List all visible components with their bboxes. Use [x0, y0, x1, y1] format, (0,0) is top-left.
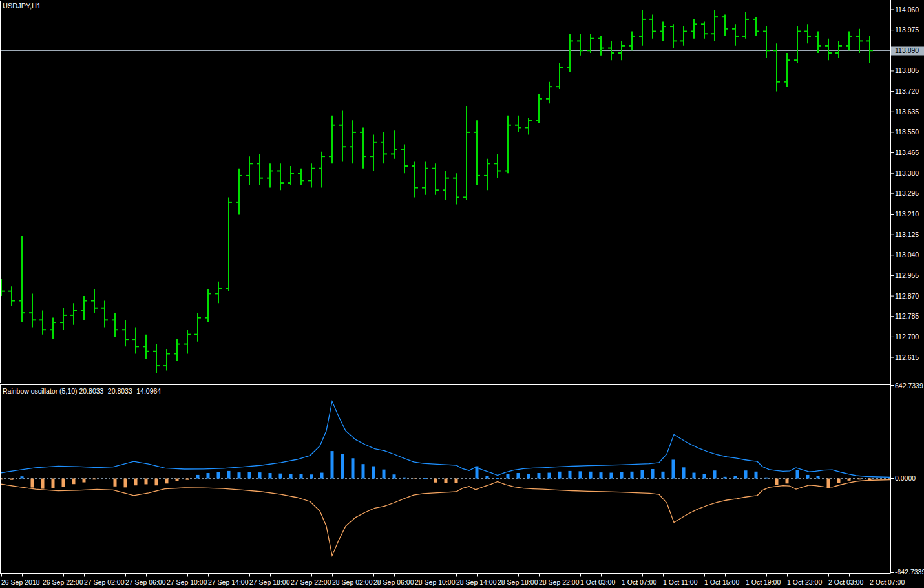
oscillator-panel[interactable] — [0, 385, 890, 574]
time-axis-label: 28 Sep 14:00 — [456, 578, 497, 586]
oscillator-histogram-bar — [279, 474, 282, 479]
oscillator-histogram-bar — [352, 458, 355, 478]
time-axis-label: 2 Oct 07:00 — [870, 578, 905, 586]
oscillator-axis-label: 0.0000 — [895, 474, 916, 482]
oscillator-histogram-bar — [434, 479, 437, 483]
price-axis-label: 114.060 — [895, 6, 919, 14]
oscillator-histogram-bar — [806, 475, 810, 479]
oscillator-histogram-bar — [114, 479, 117, 487]
oscillator-histogram-bar — [734, 476, 737, 478]
oscillator-histogram-bar — [207, 473, 210, 478]
oscillator-histogram-bar — [176, 479, 179, 481]
oscillator-histogram-bar — [41, 479, 45, 489]
oscillator-histogram-bar — [703, 474, 706, 479]
oscillator-histogram-bar — [196, 475, 200, 479]
time-axis-label: 27 Sep 02:00 — [84, 578, 125, 586]
oscillator-histogram-bar — [403, 478, 406, 479]
oscillator-histogram-bar — [289, 474, 293, 478]
oscillator-histogram-bar — [320, 473, 324, 479]
time-axis-label: 27 Sep 06:00 — [125, 578, 166, 586]
price-panel[interactable] — [0, 0, 890, 383]
oscillator-histogram-bar — [600, 472, 603, 478]
time-axis-label: 28 Sep 02:00 — [332, 578, 373, 586]
oscillator-histogram-bar — [414, 479, 417, 480]
oscillator-histogram-bar — [786, 479, 789, 484]
oscillator-histogram-bar — [651, 469, 655, 479]
time-axis-label: 28 Sep 06:00 — [373, 578, 414, 586]
price-axis-label: 112.615 — [895, 353, 919, 361]
oscillator-histogram-bar — [476, 467, 479, 479]
symbol-timeframe-label: USDJPY,H1 — [3, 2, 41, 10]
price-axis-label: 112.955 — [895, 271, 919, 279]
time-axis-label: 2 Oct 03:00 — [828, 578, 863, 586]
oscillator-histogram-bar — [424, 478, 427, 479]
time-axis-label: 1 Oct 11:00 — [663, 578, 698, 586]
oscillator-histogram-bar — [145, 479, 148, 485]
oscillator-histogram-bar — [21, 476, 24, 478]
price-axis-label: 113.380 — [895, 169, 919, 177]
oscillator-histogram-bar — [331, 451, 334, 478]
price-axis-label: 113.125 — [895, 231, 919, 238]
time-axis-label: 27 Sep 18:00 — [249, 578, 290, 586]
time-axis[interactable]: 26 Sep 201826 Sep 22:0027 Sep 02:0027 Se… — [1, 574, 905, 586]
time-axis-label: 26 Sep 22:00 — [43, 578, 83, 586]
time-axis-label: 1 Oct 23:00 — [787, 578, 822, 586]
oscillator-histogram-bar — [589, 472, 593, 479]
oscillator-histogram-bar — [486, 476, 489, 478]
price-axis-label: 113.040 — [895, 251, 919, 258]
oscillator-axis-label: 642.7339 — [895, 382, 923, 390]
price-axis-label: 112.870 — [895, 292, 919, 300]
oscillator-histogram-bar — [124, 479, 127, 488]
time-axis-label: 1 Oct 07:00 — [622, 578, 656, 586]
oscillator-histogram-bar — [62, 479, 65, 487]
oscillator-histogram-bar — [827, 479, 830, 488]
time-axis-label: 1 Oct 15:00 — [704, 578, 739, 586]
time-axis-label: 1 Oct 03:00 — [580, 578, 615, 586]
price-axis-label: 112.700 — [895, 333, 919, 341]
oscillator-histogram-bar — [341, 454, 344, 479]
oscillator-histogram-bar — [569, 471, 572, 479]
oscillator-histogram-bar — [445, 479, 448, 483]
bid-price-tag: 113.890 — [895, 47, 919, 54]
oscillator-histogram-bar — [507, 474, 510, 479]
oscillator-histogram-bar — [455, 479, 458, 483]
oscillator-histogram-bar — [796, 470, 799, 478]
oscillator-histogram-bar — [755, 472, 758, 479]
oscillator-histogram-bar — [186, 479, 189, 480]
oscillator-histogram-bar — [620, 472, 624, 478]
oscillator-histogram-bar — [362, 464, 365, 478]
oscillator-histogram-bar — [372, 467, 375, 479]
oscillator-histogram-bar — [817, 476, 820, 478]
oscillator-histogram-bar — [744, 470, 748, 478]
oscillator-histogram-bar — [393, 474, 396, 478]
oscillator-histogram-bar — [765, 478, 768, 479]
time-axis-label: 27 Sep 14:00 — [208, 578, 249, 586]
oscillator-histogram-bar — [641, 470, 644, 479]
oscillator-histogram-bar — [517, 473, 520, 478]
oscillator-histogram-bar — [579, 471, 582, 478]
price-axis[interactable]: 114.060113.975113.805113.720113.635113.5… — [890, 6, 924, 361]
price-axis-label: 113.720 — [895, 87, 919, 95]
oscillator-histogram-bar — [775, 479, 779, 485]
oscillator-axis[interactable]: 642.73390.0000-642.7339 — [890, 382, 924, 576]
oscillator-axis-label: -642.7339 — [895, 568, 924, 576]
price-axis-label: 113.805 — [895, 67, 919, 74]
time-axis-label: 27 Sep 22:00 — [291, 578, 331, 586]
time-axis-label: 1 Oct 19:00 — [746, 578, 781, 586]
price-axis-label: 113.975 — [895, 26, 919, 34]
chart-canvas[interactable]: 114.060113.975113.805113.720113.635113.5… — [0, 0, 924, 588]
oscillator-histogram-bar — [496, 478, 499, 479]
price-axis-label: 112.785 — [895, 312, 919, 320]
indicator-label: Rainbow oscillator (5,10) 20.8033 -20.80… — [3, 387, 161, 395]
oscillator-histogram-bar — [548, 473, 551, 479]
oscillator-histogram-bar — [93, 479, 96, 480]
oscillator-histogram-bar — [248, 472, 251, 478]
oscillator-histogram-bar — [134, 479, 138, 486]
oscillator-histogram-bar — [693, 473, 696, 479]
oscillator-histogram-bar — [155, 479, 158, 486]
oscillator-histogram-bar — [165, 479, 169, 484]
oscillator-histogram-bar — [310, 474, 313, 478]
price-axis-label: 113.635 — [895, 108, 919, 116]
oscillator-histogram-bar — [858, 479, 861, 480]
oscillator-histogram-bar — [662, 472, 665, 479]
